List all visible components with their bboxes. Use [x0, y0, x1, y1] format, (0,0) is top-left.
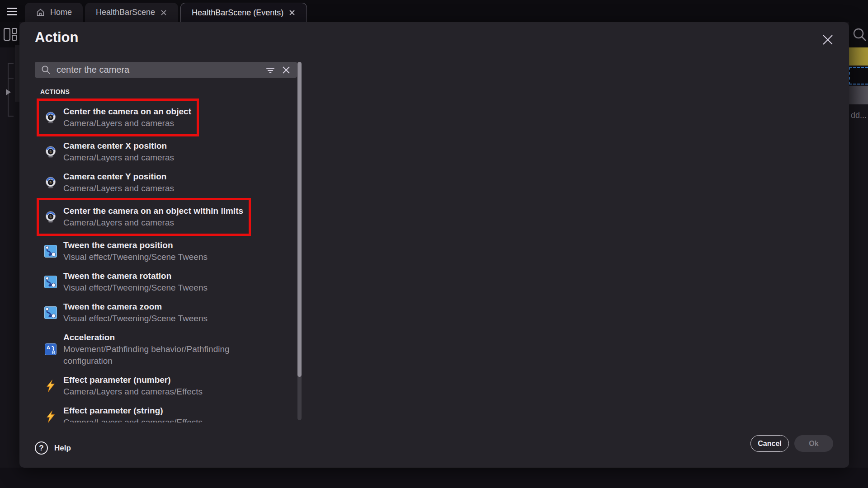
action-dialog: Action ACTIONS Center the camer — [19, 22, 849, 468]
close-icon[interactable] — [821, 33, 835, 47]
expand-arrow-icon[interactable] — [6, 89, 11, 95]
search-bar[interactable] — [35, 62, 297, 78]
filter-icon[interactable] — [265, 65, 276, 75]
action-list-items: Center the camera on an object Camera/La… — [35, 99, 270, 422]
camera-icon — [44, 111, 57, 124]
tween-icon — [44, 306, 57, 319]
menu-icon[interactable] — [7, 8, 17, 15]
tween-icon — [44, 245, 57, 258]
scrollbar-thumb[interactable] — [297, 62, 302, 377]
camera-icon — [44, 211, 57, 223]
action-item-3[interactable]: Center the camera on an object within li… — [37, 198, 251, 236]
panels-icon — [4, 28, 17, 42]
selected-event-fragment — [849, 67, 868, 84]
action-item-4[interactable]: Tween the camera position Visual effect/… — [35, 236, 213, 267]
action-item-2[interactable]: Camera center Y position Camera/Layers a… — [35, 167, 179, 198]
bolt-icon — [44, 380, 57, 392]
action-item-7[interactable]: Acceleration Movement/Pathfinding behavi… — [35, 328, 270, 371]
camera-icon — [44, 176, 57, 189]
backdrop-bottom — [0, 468, 868, 488]
close-icon[interactable] — [288, 9, 296, 16]
tween-icon — [44, 276, 57, 288]
tab-label: HealthBarScene (Events) — [192, 8, 283, 18]
list-section-header: ACTIONS — [40, 88, 70, 95]
help-label: Help — [54, 444, 71, 453]
action-item-0[interactable]: Center the camera on an object Camera/La… — [37, 99, 199, 136]
event-block-fragment — [849, 86, 868, 104]
tab-label: Home — [50, 8, 72, 17]
action-item-6[interactable]: Tween the camera zoom Visual effect/Twee… — [35, 297, 213, 328]
tab-healthbarscene[interactable]: HealthBarScene — [85, 3, 178, 22]
search-input[interactable] — [57, 65, 259, 75]
action-item-9[interactable]: Effect parameter (string) Camera/Layers … — [35, 401, 208, 422]
ok-button[interactable]: Ok — [794, 435, 833, 452]
bolt-icon — [44, 410, 57, 422]
event-block-fragment — [849, 47, 868, 66]
events-panel-edge — [15, 45, 19, 102]
add-event-text-fragment[interactable]: dd... — [851, 111, 867, 120]
help-icon: ? — [35, 441, 48, 455]
left-toolbar-fragment — [0, 22, 19, 47]
tab-home[interactable]: Home — [25, 3, 83, 22]
pathfinding-icon — [44, 343, 57, 356]
action-item-8[interactable]: Effect parameter (number) Camera/Layers … — [35, 371, 208, 401]
tab-label: HealthBarScene — [96, 8, 155, 17]
help-button[interactable]: ? Help — [35, 441, 71, 455]
close-icon[interactable] — [160, 9, 167, 16]
event-indent-guide — [8, 63, 14, 64]
app-window: Home HealthBarScene HealthBarScene (Even… — [0, 0, 868, 488]
tab-healthbarscene-events[interactable]: HealthBarScene (Events) — [180, 3, 307, 22]
action-item-5[interactable]: Tween the camera rotation Visual effect/… — [35, 267, 213, 297]
search-icon[interactable] — [852, 27, 867, 45]
event-indent-guide — [8, 116, 14, 117]
dialog-title: Action — [35, 29, 78, 46]
event-indent-guide — [8, 78, 14, 79]
cancel-button[interactable]: Cancel — [750, 435, 789, 452]
camera-icon — [44, 145, 57, 158]
action-list: ACTIONS Center the camera on an object C… — [35, 88, 298, 422]
home-icon — [36, 8, 45, 17]
clear-icon[interactable] — [282, 66, 291, 75]
tab-bar: Home HealthBarScene HealthBarScene (Even… — [0, 0, 868, 22]
action-item-1[interactable]: Camera center X position Camera/Layers a… — [35, 136, 179, 167]
search-icon — [41, 65, 51, 75]
